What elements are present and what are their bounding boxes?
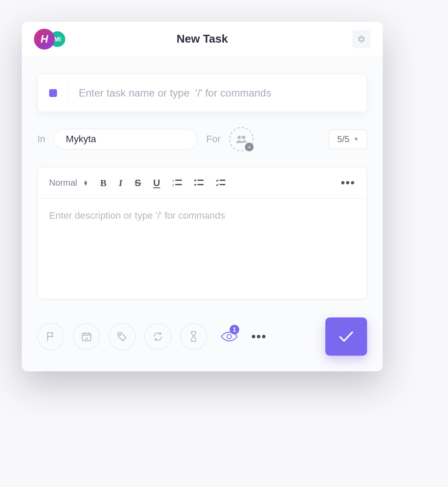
status-indicator-icon: [49, 89, 57, 97]
checklist-icon: [216, 179, 225, 187]
svg-point-13: [120, 334, 121, 336]
unordered-list-button[interactable]: [194, 179, 204, 187]
avatar-stack: H MI: [34, 29, 65, 50]
calendar-icon: [81, 331, 92, 342]
svg-rect-7: [197, 180, 204, 181]
watchers-count: 1: [230, 325, 239, 334]
svg-rect-9: [197, 184, 204, 185]
svg-point-6: [194, 179, 196, 181]
svg-rect-3: [175, 180, 182, 181]
checkmark-icon: [338, 330, 354, 343]
time-estimate-button[interactable]: [180, 323, 207, 350]
svg-rect-5: [175, 184, 182, 185]
strikethrough-button[interactable]: S: [135, 177, 141, 189]
italic-button[interactable]: I: [119, 177, 123, 189]
svg-text:2: 2: [172, 183, 174, 187]
recurring-icon: [152, 331, 164, 342]
plus-icon: +: [245, 143, 254, 151]
ordered-list-icon: 12: [172, 179, 182, 187]
meta-row: In Mykyta For + 5/5 ▼: [37, 127, 367, 151]
format-label: Normal: [49, 178, 77, 188]
workspace-avatar[interactable]: H: [34, 29, 55, 50]
priority-flag-button[interactable]: [37, 323, 64, 350]
priority-selector[interactable]: 5/5 ▼: [329, 130, 367, 149]
toolbar-more-button[interactable]: •••: [341, 176, 355, 190]
bold-button[interactable]: B: [100, 177, 107, 189]
unordered-list-icon: [194, 179, 204, 187]
checklist-button[interactable]: [216, 179, 225, 187]
description-editor: Normal ▲▼ B I S U 12 •••: [37, 167, 367, 299]
more-actions-button[interactable]: •••: [251, 330, 267, 344]
gear-icon: [357, 35, 366, 43]
in-label: In: [37, 133, 45, 145]
svg-point-1: [242, 136, 245, 139]
svg-rect-11: [220, 184, 225, 185]
description-placeholder: Enter description or type '/' for comman…: [49, 210, 355, 221]
editor-toolbar: Normal ▲▼ B I S U 12 •••: [38, 167, 367, 199]
status-picker[interactable]: [38, 82, 68, 104]
modal-header: H MI New Task: [22, 22, 383, 57]
tags-button[interactable]: [109, 323, 136, 350]
recurring-button[interactable]: [144, 323, 171, 350]
footer-actions: 1 •••: [37, 317, 367, 356]
svg-point-14: [227, 334, 231, 339]
svg-rect-12: [82, 333, 91, 340]
task-name-input[interactable]: [68, 87, 367, 99]
caret-down-icon: ▼: [354, 136, 359, 142]
format-select[interactable]: Normal ▲▼: [49, 178, 88, 188]
flag-icon: [45, 331, 57, 342]
task-name-row: [37, 74, 367, 112]
settings-button[interactable]: [352, 30, 371, 48]
priority-value: 5/5: [337, 134, 349, 144]
description-body[interactable]: Enter description or type '/' for comman…: [38, 199, 367, 299]
svg-text:1: 1: [172, 179, 174, 183]
ordered-list-button[interactable]: 12: [172, 179, 182, 187]
watchers-button[interactable]: 1: [216, 323, 243, 350]
modal-body: In Mykyta For + 5/5 ▼ Normal ▲▼ B I S: [22, 57, 383, 371]
assignee-picker[interactable]: +: [229, 127, 254, 151]
hourglass-icon: [189, 331, 198, 342]
create-task-button[interactable]: [325, 317, 367, 356]
new-task-modal: H MI New Task In Mykyta For + 5/5 ▼: [22, 22, 383, 371]
due-date-button[interactable]: [73, 323, 100, 350]
svg-rect-10: [220, 180, 225, 181]
sort-arrows-icon: ▲▼: [83, 180, 88, 185]
modal-title: New Task: [177, 32, 228, 46]
underline-button[interactable]: U: [153, 177, 160, 189]
svg-point-0: [237, 136, 241, 139]
people-icon: [235, 135, 247, 143]
tag-icon: [117, 331, 128, 342]
for-label: For: [206, 133, 221, 145]
svg-point-8: [194, 183, 196, 185]
list-selector[interactable]: Mykyta: [54, 129, 197, 150]
